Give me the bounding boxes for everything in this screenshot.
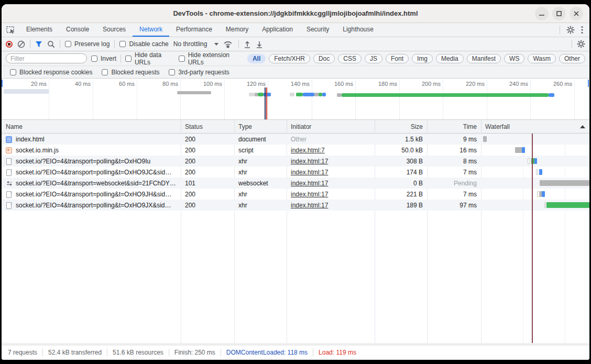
tab-console[interactable]: Console — [59, 23, 96, 37]
tab-elements[interactable]: Elements — [19, 23, 59, 37]
export-har-icon[interactable] — [256, 40, 263, 48]
tab-memory[interactable]: Memory — [219, 23, 255, 37]
chip-ws[interactable]: WS — [504, 54, 524, 63]
chip-font[interactable]: Font — [386, 54, 409, 63]
column-separator[interactable] — [234, 120, 235, 134]
preserve-log-checkbox[interactable] — [65, 41, 71, 47]
throttling-dropdown[interactable]: No throttling — [173, 40, 219, 48]
waterfall-bar-gray — [483, 136, 487, 142]
3rd-party-requests-checkbox[interactable] — [169, 69, 175, 75]
search-icon[interactable] — [47, 40, 55, 48]
xhr-icon — [6, 169, 13, 176]
tab-application[interactable]: Application — [255, 23, 300, 37]
blocked-response-cookies-toggle: Blocked response cookies — [10, 69, 92, 76]
size-cell: 1.5 kB — [375, 134, 427, 145]
tab-security[interactable]: Security — [300, 23, 336, 37]
load-event-line — [532, 134, 533, 343]
status-cell: 200 — [181, 145, 234, 156]
waterfall-bar-outline — [528, 158, 530, 164]
record-network-log-button[interactable] — [6, 41, 13, 48]
minimize-icon — [539, 10, 545, 17]
chip-manifest[interactable]: Manifest — [467, 54, 501, 63]
overview-request-bar — [337, 93, 342, 97]
table-row[interactable]: socket.io/?EIO=4&transport=polling&t=OxH… — [2, 156, 589, 167]
maximize-button[interactable] — [552, 7, 566, 20]
column-separator[interactable] — [375, 120, 375, 134]
network-overview-timeline[interactable]: 20 ms40 ms60 ms80 ms100 ms120 ms140 ms16… — [2, 80, 589, 120]
tab-network[interactable]: Network — [133, 23, 169, 37]
waterfall-bar-gray — [540, 180, 589, 186]
chip-js[interactable]: JS — [365, 54, 382, 63]
network-settings-gear-icon[interactable] — [577, 40, 585, 48]
overview-gridline — [443, 80, 443, 120]
load-event-line — [266, 87, 267, 120]
initiator-cell[interactable]: index.html:17 — [287, 167, 375, 178]
filter-bar: Invert Hide data URLs Hide extension URL… — [2, 51, 589, 66]
overview-left-handle[interactable] — [2, 80, 3, 87]
hide-extension-urls-checkbox[interactable] — [179, 56, 185, 62]
overview-right-handle[interactable] — [588, 80, 589, 87]
column-header-type[interactable]: Type — [234, 120, 287, 134]
chip-media[interactable]: Media — [436, 54, 464, 63]
initiator-cell[interactable]: index.html:17 — [287, 189, 375, 200]
waterfall-bar-blue — [539, 169, 542, 175]
column-header-initiator[interactable]: Initiator — [287, 120, 375, 134]
column-header-size[interactable]: Size — [375, 120, 427, 134]
chip-css[interactable]: CSS — [338, 54, 362, 63]
tab-performance[interactable]: Performance — [169, 23, 219, 37]
divider — [121, 54, 121, 63]
column-header-name[interactable]: Name — [2, 120, 181, 134]
initiator-cell[interactable]: index.html:17 — [287, 200, 375, 211]
waterfall-bar-outline — [536, 169, 538, 175]
chip-doc[interactable]: Doc — [313, 54, 335, 63]
tab-lighthouse[interactable]: Lighthouse — [336, 23, 380, 37]
table-row[interactable]: socket.io/?EIO=4&transport=polling&t=OxH… — [2, 200, 589, 211]
network-conditions-icon[interactable] — [223, 40, 234, 48]
chip-all[interactable]: All — [247, 54, 266, 63]
blocked-requests-checkbox[interactable] — [102, 69, 108, 75]
type-cell: xhr — [234, 200, 287, 211]
import-har-icon[interactable] — [244, 40, 251, 48]
column-separator[interactable] — [287, 120, 287, 134]
filter-input[interactable] — [6, 53, 87, 63]
column-header-time[interactable]: Time — [427, 120, 481, 134]
request-name: socket.io/?EIO=4&transport=polling&t=OxH… — [16, 202, 171, 209]
clear-network-log-button[interactable] — [17, 40, 25, 48]
column-header-waterfall[interactable]: Waterfall — [481, 120, 589, 134]
initiator-cell[interactable]: index.html:17 — [287, 156, 375, 167]
status-item: 7 requests — [3, 349, 42, 356]
tab-sources[interactable]: Sources — [96, 23, 133, 37]
overview-tick-label: 240 ms — [509, 81, 530, 87]
status-cell: 200 — [181, 200, 234, 211]
table-row[interactable]: socket.io/?EIO=4&transport=polling&t=OxH… — [2, 189, 589, 200]
column-header-status[interactable]: Status — [181, 120, 234, 134]
blocked-response-cookies-checkbox[interactable] — [10, 69, 16, 75]
column-separator[interactable] — [481, 120, 481, 134]
column-separator[interactable] — [181, 120, 181, 134]
close-button[interactable] — [570, 7, 583, 20]
more-options-icon[interactable] — [581, 26, 583, 34]
table-row[interactable]: socket.io/?EIO=4&transport=websocket&sid… — [2, 178, 589, 189]
table-row[interactable]: socket.io.min.js200scriptindex.html:750.… — [2, 145, 589, 156]
chip-img[interactable]: Img — [412, 54, 433, 63]
chip-fetch-xhr[interactable]: Fetch/XHR — [269, 54, 310, 63]
inspect-element-icon[interactable] — [2, 23, 19, 37]
invert-checkbox[interactable] — [91, 56, 97, 62]
column-separator[interactable] — [427, 120, 428, 134]
table-row[interactable]: index.html200documentOther1.5 kB9 ms — [2, 134, 589, 145]
size-cell: 0 B — [375, 178, 427, 189]
initiator-cell[interactable]: index.html:17 — [287, 178, 375, 189]
disable-cache-checkbox[interactable] — [119, 41, 126, 47]
filter-funnel-icon[interactable] — [35, 41, 42, 48]
chip-other[interactable]: Other — [559, 54, 585, 63]
minimize-button[interactable] — [535, 7, 549, 20]
titlebar[interactable]: DevTools - chrome-extension://jdgkbifmkk… — [2, 4, 589, 23]
settings-gear-icon[interactable] — [566, 26, 575, 34]
chip-wasm[interactable]: Wasm — [528, 54, 556, 63]
hide-data-urls-checkbox[interactable] — [125, 56, 132, 62]
table-row[interactable]: socket.io/?EIO=4&transport=polling&t=OxH… — [2, 167, 589, 178]
sort-ascending-icon[interactable] — [580, 125, 585, 128]
status-bar: 7 requests52.4 kB transferred51.6 kB res… — [2, 345, 589, 360]
xhr-icon — [6, 191, 13, 198]
initiator-cell[interactable]: index.html:7 — [287, 145, 375, 156]
